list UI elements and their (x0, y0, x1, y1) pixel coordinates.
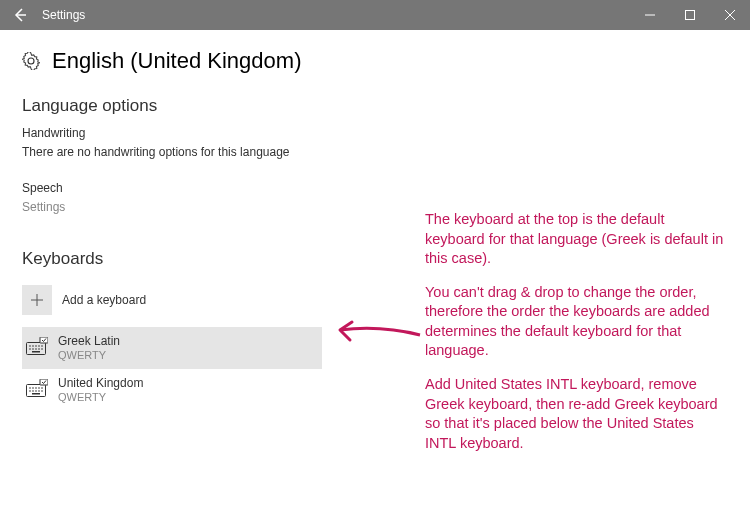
minimize-button[interactable] (630, 0, 670, 30)
svg-point-24 (41, 390, 43, 392)
svg-point-23 (38, 390, 40, 392)
speech-label: Speech (22, 181, 728, 195)
handwriting-label: Handwriting (22, 126, 728, 140)
minimize-icon (645, 10, 655, 20)
add-keyboard-button[interactable]: Add a keyboard (22, 285, 728, 315)
svg-rect-13 (40, 337, 48, 343)
keyboard-layout: QWERTY (58, 390, 143, 404)
plus-icon (22, 285, 52, 315)
speech-settings-link[interactable]: Settings (22, 200, 728, 214)
maximize-button[interactable] (670, 0, 710, 30)
svg-point-8 (32, 348, 34, 350)
svg-point-11 (41, 348, 43, 350)
keyboard-name: United Kingdom (58, 376, 143, 390)
svg-point-4 (35, 345, 37, 347)
close-button[interactable] (710, 0, 750, 30)
svg-point-20 (29, 390, 31, 392)
svg-point-3 (32, 345, 34, 347)
section-heading-keyboards: Keyboards (22, 249, 728, 269)
svg-point-7 (29, 348, 31, 350)
svg-point-18 (38, 387, 40, 389)
handwriting-text: There are no handwriting options for thi… (22, 145, 728, 159)
svg-point-6 (41, 345, 43, 347)
keyboard-name: Greek Latin (58, 334, 120, 348)
page-header: English (United Kingdom) (22, 48, 728, 74)
svg-point-16 (32, 387, 34, 389)
svg-point-19 (41, 387, 43, 389)
svg-point-5 (38, 345, 40, 347)
svg-rect-0 (686, 11, 695, 20)
svg-point-22 (35, 390, 37, 392)
handwriting-section: Handwriting There are no handwriting opt… (22, 126, 728, 159)
gear-icon (22, 52, 40, 70)
svg-point-9 (35, 348, 37, 350)
svg-point-21 (32, 390, 34, 392)
svg-rect-25 (32, 393, 40, 395)
keyboard-item-united-kingdom[interactable]: United Kingdom QWERTY (22, 369, 322, 411)
window-title: Settings (40, 8, 630, 22)
speech-section: Speech Settings (22, 181, 728, 214)
svg-point-10 (38, 348, 40, 350)
svg-rect-12 (32, 351, 40, 353)
back-button[interactable] (0, 0, 40, 30)
back-icon (12, 7, 28, 23)
close-icon (725, 10, 735, 20)
maximize-icon (685, 10, 695, 20)
add-keyboard-label: Add a keyboard (62, 293, 146, 307)
keyboard-icon (26, 379, 48, 401)
svg-rect-26 (40, 379, 48, 385)
titlebar: Settings (0, 0, 750, 30)
svg-point-17 (35, 387, 37, 389)
keyboard-icon (26, 337, 48, 359)
section-heading-language-options: Language options (22, 96, 728, 116)
keyboard-item-greek-latin[interactable]: Greek Latin QWERTY (22, 327, 322, 369)
svg-point-2 (29, 345, 31, 347)
page-title: English (United Kingdom) (52, 48, 301, 74)
svg-point-15 (29, 387, 31, 389)
keyboard-layout: QWERTY (58, 348, 120, 362)
